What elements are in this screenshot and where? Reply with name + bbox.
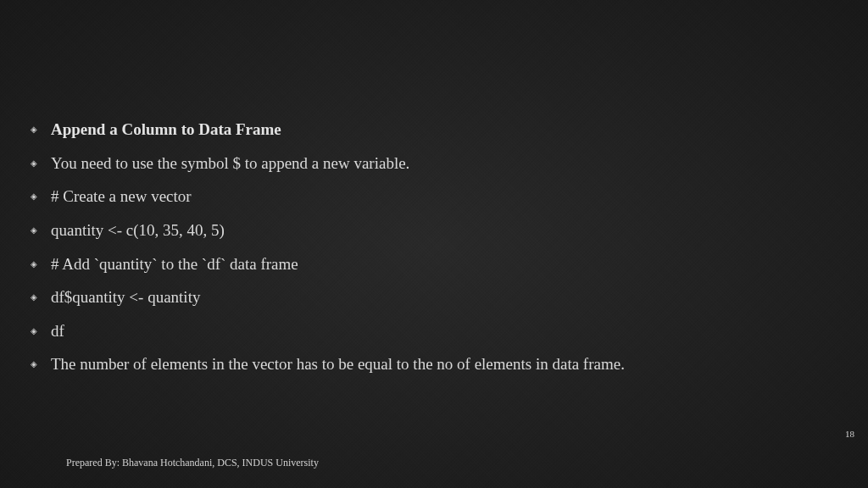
- bullet-item: ◈df: [31, 320, 834, 342]
- bullet-text: The number of elements in the vector has…: [51, 353, 834, 375]
- diamond-bullet-icon: ◈: [31, 158, 47, 169]
- bullet-text: You need to use the symbol $ to append a…: [51, 152, 834, 175]
- diamond-bullet-icon: ◈: [31, 325, 47, 337]
- diamond-bullet-icon: ◈: [31, 291, 47, 303]
- diamond-bullet-icon: ◈: [31, 358, 47, 370]
- bullet-text: df: [51, 320, 834, 342]
- bullet-text: Append a Column to Data Frame: [51, 119, 834, 141]
- bullet-item: ◈# Add `quantity` to the `df` data frame: [31, 253, 834, 275]
- bullet-item: ◈You need to use the symbol $ to append …: [31, 152, 834, 175]
- bullet-text: quantity <- c(10, 35, 40, 5): [51, 219, 834, 241]
- bullet-text: df$quantity <- quantity: [51, 286, 834, 308]
- footer-credit: Prepared By: Bhavana Hotchandani, DCS, I…: [66, 457, 319, 469]
- bullet-item: ◈df$quantity <- quantity: [31, 286, 834, 308]
- bullet-item: ◈# Create a new vector: [31, 186, 834, 208]
- page-number: 18: [845, 429, 854, 439]
- bullet-item: ◈quantity <- c(10, 35, 40, 5): [31, 219, 834, 241]
- bullet-text: # Add `quantity` to the `df` data frame: [51, 253, 834, 275]
- bullet-item: ◈Append a Column to Data Frame: [31, 119, 834, 141]
- diamond-bullet-icon: ◈: [31, 124, 47, 136]
- diamond-bullet-icon: ◈: [31, 191, 47, 202]
- bullet-text: # Create a new vector: [51, 186, 834, 208]
- diamond-bullet-icon: ◈: [31, 225, 47, 236]
- bullet-item: ◈The number of elements in the vector ha…: [31, 353, 834, 375]
- slide-content: ◈Append a Column to Data Frame◈You need …: [31, 119, 834, 387]
- diamond-bullet-icon: ◈: [31, 258, 47, 270]
